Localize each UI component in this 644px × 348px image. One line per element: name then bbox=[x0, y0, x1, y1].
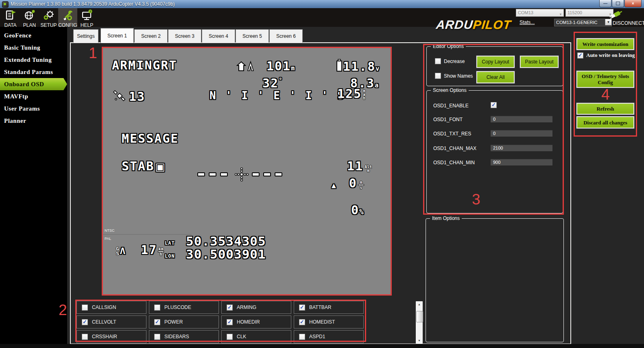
disconnect-label[interactable]: DISCONNECT bbox=[613, 20, 644, 26]
osd-battery-used-item[interactable]: 125mah bbox=[337, 88, 365, 100]
osd-vertical-speed-item[interactable]: ▲ 0ms bbox=[332, 177, 364, 189]
sidebar-item-geofence[interactable]: GeoFence bbox=[0, 29, 67, 41]
checkbox[interactable] bbox=[82, 334, 88, 340]
discard-all-changes-button[interactable]: Discard all changes bbox=[576, 116, 634, 128]
scroll-up-icon[interactable]: ▲ bbox=[416, 301, 423, 307]
show-names-checkbox[interactable] bbox=[435, 73, 441, 79]
minimize-button[interactable]: — bbox=[599, 0, 611, 7]
show-names-checkbox-row[interactable]: Show Names bbox=[435, 73, 473, 79]
osd-flight-mode-item[interactable]: STAB▣ bbox=[122, 160, 166, 172]
nav-data[interactable]: DATA bbox=[1, 8, 20, 27]
scroll-down-icon[interactable]: ▼ bbox=[416, 337, 423, 344]
nav-plan[interactable]: PLAN bbox=[20, 8, 39, 27]
checkbox[interactable] bbox=[227, 319, 233, 325]
osd-preview: ARMINGRT 101m 11.8v 32° 8.3a 13 N ' I ' … bbox=[103, 48, 391, 294]
osd-item-homedist[interactable]: HOMEDIST bbox=[294, 315, 364, 328]
gs-arrow-icon: Λ bbox=[120, 246, 126, 256]
checkbox[interactable] bbox=[227, 334, 233, 340]
checkbox[interactable] bbox=[299, 304, 305, 311]
auto-write-checkbox-row[interactable]: Auto write on leaving bbox=[577, 52, 635, 59]
osd1-font-field[interactable]: 0 bbox=[491, 116, 552, 122]
osd-item-crsshair[interactable]: CRSSHAIR bbox=[76, 330, 146, 343]
osd-battery-voltage-item[interactable]: 11.8v bbox=[336, 59, 379, 73]
osd-item-callsign[interactable]: CALLSIGN bbox=[76, 301, 146, 314]
clear-all-button[interactable]: Clear All bbox=[476, 71, 515, 83]
osd-item-clk[interactable]: CLK bbox=[221, 330, 291, 343]
copy-layout-button[interactable]: Copy Layout bbox=[476, 56, 515, 68]
osd1-txt-res-field[interactable]: 0 bbox=[491, 130, 552, 137]
restore-button[interactable] bbox=[612, 0, 624, 7]
checkbox[interactable] bbox=[82, 319, 88, 325]
tab-screen-3[interactable]: Screen 3 bbox=[168, 29, 201, 43]
sidebar-item-mavftp[interactable]: MAVFtp bbox=[0, 90, 67, 102]
osd-item-sidebars[interactable]: SIDEBARS bbox=[149, 330, 219, 343]
osd-lat-item[interactable]: 50.3534305 bbox=[186, 235, 266, 248]
osd-horizon-item[interactable] bbox=[197, 165, 282, 184]
checkbox[interactable] bbox=[154, 304, 160, 311]
sidebar-item-user-params[interactable]: User Params bbox=[0, 102, 67, 115]
checkbox[interactable] bbox=[82, 304, 88, 311]
checkbox[interactable] bbox=[227, 304, 233, 311]
osd-home-degrees[interactable]: 32° bbox=[262, 77, 282, 89]
osd-arming-item[interactable]: ARMINGRT bbox=[112, 59, 177, 72]
osd-lon-item[interactable]: 30.5003901 bbox=[186, 248, 266, 261]
checkbox[interactable] bbox=[154, 334, 160, 340]
tab-screen-5[interactable]: Screen 5 bbox=[236, 29, 269, 43]
horizon-dash bbox=[197, 172, 205, 176]
battery-icon bbox=[336, 59, 343, 74]
baud-rate-select[interactable]: 115200▼ bbox=[565, 9, 613, 17]
ardupilot-logo: ARDUPILOT bbox=[435, 18, 512, 32]
osd-home-direction-item[interactable] bbox=[236, 60, 255, 74]
osd-item-pluscode[interactable]: PLUSCODE bbox=[149, 301, 219, 314]
climb-arrow-icon: ▲ bbox=[332, 182, 337, 189]
tab-screen-2[interactable]: Screen 2 bbox=[134, 29, 168, 43]
stats-link[interactable]: Stats... bbox=[520, 20, 535, 25]
decrease-checkbox-row[interactable]: Decrease bbox=[435, 58, 465, 64]
checkbox[interactable] bbox=[299, 319, 305, 325]
auto-write-checkbox[interactable] bbox=[577, 52, 583, 59]
com-port-select[interactable]: COM13▼ bbox=[516, 9, 564, 17]
osd-item-battbar[interactable]: BATTBAR bbox=[294, 301, 364, 314]
paste-layout-button[interactable]: Paste Layout bbox=[520, 56, 559, 68]
device-select[interactable]: COM13-1-GENERIC▼ bbox=[554, 19, 612, 26]
close-button[interactable]: × bbox=[624, 0, 642, 7]
osd-item-power[interactable]: POWER bbox=[149, 315, 219, 328]
editor-options-title: Editor Options bbox=[431, 44, 466, 49]
sidebar-item-planner[interactable]: Planner bbox=[0, 115, 67, 127]
scrollbar-thumb[interactable] bbox=[416, 311, 423, 322]
decrease-checkbox[interactable] bbox=[435, 58, 441, 64]
nav-help[interactable]: ? HELP bbox=[77, 8, 96, 27]
crosshair-icon bbox=[232, 165, 251, 184]
item-list-scrollbar[interactable]: ▲ ▼ bbox=[416, 301, 423, 344]
osd-message-item[interactable]: MESSAGE bbox=[122, 133, 179, 145]
osd-gps-sats-item[interactable]: 13 bbox=[113, 89, 145, 103]
osd-telemetry-slots-config-button[interactable]: OSD / Telmetry Slots Config bbox=[576, 71, 634, 88]
refresh-button[interactable]: Refresh bbox=[576, 103, 634, 115]
sidebar-item-standard-params[interactable]: Standard Params bbox=[0, 66, 67, 78]
osd1-chan-min-field[interactable]: 900 bbox=[491, 159, 552, 165]
osd-item-cellvolt[interactable]: CELLVOLT bbox=[76, 315, 146, 328]
osd-home-distance-item[interactable]: 101m bbox=[266, 60, 295, 72]
checkbox[interactable] bbox=[154, 319, 160, 325]
sidebar-item-basic-tuning[interactable]: Basic Tuning bbox=[0, 41, 67, 54]
ntsc-boundary-line bbox=[103, 234, 192, 235]
tab-settings[interactable]: Settings bbox=[73, 29, 98, 43]
tab-screen-4[interactable]: Screen 4 bbox=[202, 29, 235, 43]
osd-altitude-item[interactable]: 11Altm bbox=[347, 160, 372, 172]
tab-screen-6[interactable]: Screen 6 bbox=[269, 29, 303, 43]
osd-item-aspd1[interactable]: ASPD1 bbox=[294, 330, 364, 343]
osd1-enable-checkbox[interactable] bbox=[491, 102, 497, 108]
tab-screen-1[interactable]: Screen 1 bbox=[100, 28, 134, 43]
write-customization-button[interactable]: Write customization bbox=[576, 38, 634, 50]
osd-item-arming[interactable]: ARMING bbox=[221, 301, 291, 314]
osd-compass-item[interactable]: N ' I ' E ' I ' S bbox=[210, 90, 345, 101]
osd1-chan-max-field[interactable]: 2100 bbox=[491, 145, 552, 151]
checkbox[interactable] bbox=[299, 334, 305, 340]
nav-config[interactable]: CONFIG bbox=[58, 8, 77, 27]
sidebar-item-extended-tuning[interactable]: Extended Tuning bbox=[0, 54, 67, 66]
osd-ground-speed-item[interactable]: GSΛ 17kmh bbox=[116, 244, 164, 256]
sidebar-item-onboard-osd[interactable]: Onboard OSD bbox=[0, 78, 67, 90]
osd-battery-percent-item[interactable]: 0% bbox=[351, 204, 364, 216]
osd-item-homedir[interactable]: HOMEDIR bbox=[221, 315, 291, 328]
nav-setup[interactable]: SETUP bbox=[39, 8, 58, 27]
